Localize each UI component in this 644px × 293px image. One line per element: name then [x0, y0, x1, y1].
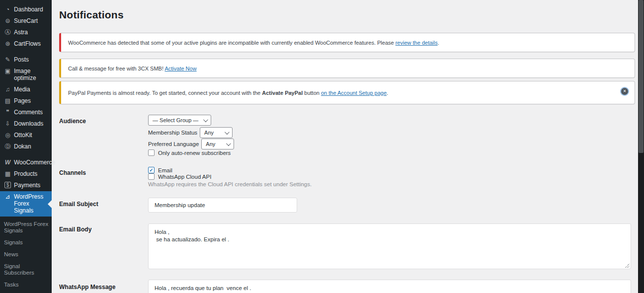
scrollbar-thumb[interactable]	[639, 0, 644, 153]
notice-3cx: Call & message for free with 3CX SMB! Ac…	[59, 59, 635, 78]
sidebar-item-label: Posts	[14, 56, 29, 63]
whatsapp-channel-label: WhatsApp Cloud API	[158, 174, 211, 180]
page-title: Notifications	[59, 9, 124, 21]
sidebar-item-label: Payments	[14, 182, 40, 189]
membership-status-label: Membership Status	[148, 130, 197, 136]
sidebar-item-astra[interactable]: Ⓐ Astra	[0, 27, 52, 38]
sidebar-item-label: Downloads	[14, 120, 43, 127]
download-icon: ⇩	[4, 120, 11, 127]
pushpin-icon: ✎	[4, 56, 11, 63]
notice-paypal: PayPal Payments is almost ready. To get …	[59, 81, 635, 104]
group-select-row: — Select Group —	[148, 115, 211, 126]
sidebar-item-dashboard[interactable]: ◔ Dashboard	[0, 4, 52, 15]
sidebar-item-posts[interactable]: ✎ Posts	[0, 54, 52, 66]
whatsapp-channel-row: WhatsApp Cloud API	[148, 173, 211, 180]
submenu-item-news[interactable]: News	[0, 250, 52, 259]
sidebar-item-label: OttoKit	[14, 132, 32, 139]
group-select[interactable]: — Select Group —	[148, 115, 211, 126]
chevron-down-icon	[203, 117, 208, 122]
sidebar-item-label: Products	[14, 170, 37, 177]
audience-label: Audience	[59, 118, 86, 125]
auto-renew-row: Only auto-renew subscribers	[148, 149, 231, 156]
sidebar-item-products[interactable]: ▦ Products	[0, 168, 52, 180]
email-body-textarea[interactable]: Hola , se ha actualizado. Expira el .	[148, 223, 631, 269]
notice-text: WooCommerce has detected that some of yo…	[68, 40, 439, 46]
activate-now-link[interactable]: Activate Now	[164, 66, 196, 72]
dollar-icon: $	[4, 182, 11, 188]
membership-status-row: Membership Status Any	[148, 127, 233, 138]
sidebar-item-cartflows[interactable]: ⊛ CartFlows	[0, 38, 52, 50]
email-subject-label: Email Subject	[59, 201, 98, 208]
chevron-down-icon	[225, 130, 230, 135]
sidebar-item-label: Media	[14, 86, 30, 93]
sidebar-item-pages[interactable]: ▤ Pages	[0, 95, 52, 107]
notice-woocommerce-incompatible: WooCommerce has detected that some of yo…	[59, 33, 635, 52]
sidebar-item-surecart[interactable]: ⊜ SureCart	[0, 15, 52, 27]
sidebar-item-label: Dashboard	[14, 6, 43, 13]
forex-signals-submenu: WordPress Forex Signals Signals News Sig…	[0, 220, 52, 293]
chart-line-icon: ⊿	[4, 193, 11, 200]
whatsapp-message-textarea[interactable]: Hola , recuerda que tu plan vence el .	[148, 280, 631, 293]
whatsapp-helper-text: WhatsApp requires the Cloud API credenti…	[148, 181, 312, 187]
scrollbar-track[interactable]	[638, 0, 644, 293]
membership-status-select[interactable]: Any	[200, 127, 233, 138]
sidebar-item-label: WordPress Forex Signals	[14, 193, 50, 214]
sidebar-item-label: Comments	[14, 109, 43, 116]
sidebar-item-downloads[interactable]: ⇩ Downloads	[0, 118, 52, 130]
email-channel-checkbox[interactable]: ✓	[148, 167, 155, 173]
sidebar-item-label: Dokan	[14, 143, 31, 150]
astra-icon: Ⓐ	[4, 29, 11, 36]
submenu-item-tasks[interactable]: Tasks	[0, 280, 52, 290]
channels-label: Channels	[59, 169, 86, 176]
chevron-down-icon	[226, 141, 231, 146]
products-box-icon: ▦	[4, 170, 11, 177]
sidebar-item-label: Image optimize	[14, 68, 50, 81]
sidebar-item-image-optimize[interactable]: ▣ Image optimize	[0, 66, 52, 84]
surecart-icon: ⊜	[4, 17, 11, 24]
comment-bubble-icon: ❞	[4, 109, 11, 116]
main-content: Notifications WooCommerce has detected t…	[52, 0, 638, 293]
sidebar-item-label: CartFlows	[14, 40, 41, 47]
submenu-item-wordpress-forex-signals[interactable]: WordPress Forex Signals	[0, 220, 52, 235]
dismiss-notice-icon[interactable]: ✕	[621, 88, 628, 95]
preferred-language-select[interactable]: Any	[201, 139, 234, 149]
email-channel-label: Email	[158, 167, 172, 173]
submenu-item-signal-subscribers[interactable]: Signal Subscribers	[0, 262, 52, 278]
whatsapp-channel-checkbox[interactable]	[148, 173, 155, 180]
notice-text: Call & message for free with 3CX SMB! Ac…	[68, 66, 197, 72]
pages-icon: ▤	[4, 97, 11, 104]
dashboard-icon: ◔	[4, 6, 11, 13]
ottokit-icon: ◎	[4, 132, 11, 139]
resize-handle-icon[interactable]	[625, 263, 630, 268]
sidebar-item-media[interactable]: ♫ Media	[0, 84, 52, 95]
woocommerce-icon: W	[4, 159, 11, 166]
preferred-language-row: Preferred Language Any	[148, 139, 234, 149]
notice-text: PayPal Payments is almost ready. To get …	[68, 90, 388, 96]
auto-renew-checkbox[interactable]	[148, 149, 155, 156]
sidebar-item-payments[interactable]: $ Payments	[0, 180, 52, 191]
email-body-label: Email Body	[59, 226, 91, 233]
sidebar-item-woocommerce[interactable]: W WooCommerce	[0, 157, 52, 168]
image-icon: ▣	[4, 68, 11, 74]
preferred-language-label: Preferred Language	[148, 141, 199, 147]
review-the-details-link[interactable]: review the details	[396, 40, 438, 46]
sidebar-item-label: Pages	[14, 97, 31, 104]
admin-screen: ◔ Dashboard ⊜ SureCart Ⓐ Astra ⊛ CartFlo…	[0, 0, 644, 293]
sidebar-item-dokan[interactable]: Ⓓ Dokan	[0, 141, 52, 152]
sidebar-item-label: SureCart	[14, 17, 38, 24]
email-subject-input[interactable]	[148, 198, 297, 213]
dokan-icon: Ⓓ	[4, 143, 11, 150]
sidebar-item-ottokit[interactable]: ◎ OttoKit	[0, 130, 52, 141]
submenu-item-signals[interactable]: Signals	[0, 238, 52, 247]
sidebar-item-label: WooCommerce	[14, 159, 55, 166]
whatsapp-message-label: WhatsApp Message	[59, 284, 115, 291]
cartflows-icon: ⊛	[4, 40, 11, 47]
sidebar-item-wordpress-forex-signals[interactable]: ⊿ WordPress Forex Signals	[0, 191, 52, 217]
email-channel-row: ✓ Email	[148, 167, 172, 173]
sidebar-item-label: Astra	[14, 29, 28, 36]
admin-sidebar: ◔ Dashboard ⊜ SureCart Ⓐ Astra ⊛ CartFlo…	[0, 0, 52, 293]
account-setup-page-link[interactable]: on the Account Setup page	[321, 90, 387, 96]
sidebar-item-comments[interactable]: ❞ Comments	[0, 107, 52, 118]
auto-renew-label: Only auto-renew subscribers	[158, 150, 231, 156]
media-icon: ♫	[4, 86, 11, 93]
